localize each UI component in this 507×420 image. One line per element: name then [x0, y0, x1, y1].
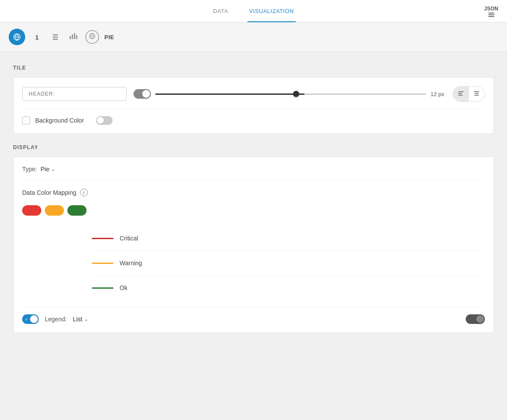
globe-btn[interactable]: [85, 30, 99, 44]
font-size-slider[interactable]: [155, 93, 426, 95]
critical-line: [92, 238, 113, 239]
display-section-title: DISPLAY: [13, 144, 494, 150]
legend-items-list: Critical Warning Ok: [92, 226, 485, 300]
svg-rect-4: [74, 33, 75, 39]
main-icon-button[interactable]: [9, 29, 25, 45]
swatch-green[interactable]: [67, 205, 87, 216]
warning-label: Warning: [120, 260, 142, 267]
svg-rect-3: [72, 34, 73, 39]
type-value: Pie: [40, 166, 49, 173]
legend-value: List: [73, 316, 83, 323]
number-btn[interactable]: 1: [30, 30, 43, 43]
tabs: DATA VISUALIZATION: [211, 0, 296, 22]
dcm-row: Data Color Mapping i: [22, 189, 485, 197]
list-btn[interactable]: ☰: [49, 30, 62, 43]
display-card: Type: Pie ⌄ Data Color Mapping i Critica…: [13, 157, 494, 333]
tile-card: 12 px: [13, 77, 494, 134]
legend-chevron-icon: ⌄: [84, 316, 88, 322]
type-select[interactable]: Pie ⌄: [40, 166, 55, 173]
align-center-icon: [474, 90, 480, 97]
bg-color-checkbox[interactable]: [22, 117, 30, 124]
json-button[interactable]: JSON: [484, 6, 498, 17]
align-buttons: [453, 86, 485, 102]
dcm-label: Data Color Mapping: [22, 189, 77, 196]
warning-line: [92, 263, 113, 264]
tab-visualization[interactable]: VISUALIZATION: [247, 1, 296, 22]
align-center-btn[interactable]: [469, 87, 484, 101]
tab-data[interactable]: DATA: [211, 1, 230, 22]
legend-select[interactable]: List ⌄: [73, 316, 89, 323]
color-swatches: [22, 205, 485, 216]
legend-bottom-row: ✓ Legend: List ⌄: [22, 307, 485, 324]
swatch-yellow[interactable]: [45, 205, 64, 216]
header-row: 12 px: [22, 86, 485, 109]
background-color-row: Background Color: [22, 116, 485, 125]
json-lines-icon: [488, 13, 494, 17]
swatch-red[interactable]: [22, 205, 41, 216]
chart-icon: [69, 33, 78, 41]
legend-toggle[interactable]: ✓: [22, 314, 39, 324]
type-chevron-icon: ⌄: [51, 166, 55, 172]
slider-row: 12 px: [133, 89, 446, 99]
list-icon: ☰: [52, 33, 58, 41]
top-bar: DATA VISUALIZATION JSON: [0, 0, 507, 23]
ok-line: [92, 287, 113, 289]
toolbar: 1 ☰ PIE: [0, 23, 507, 52]
legend-item-critical: Critical: [92, 226, 485, 251]
header-toggle[interactable]: [133, 89, 151, 99]
pie-label: PIE: [104, 34, 114, 40]
svg-rect-5: [76, 35, 77, 39]
type-label: Type:: [22, 166, 37, 173]
checkmark-icon: ✓: [25, 317, 28, 322]
critical-label: Critical: [120, 235, 138, 242]
tile-section-title: TILE: [13, 65, 494, 71]
main-content: TILE 12 px: [0, 52, 507, 357]
bg-color-toggle[interactable]: [96, 116, 113, 125]
dcm-info-icon[interactable]: i: [80, 189, 88, 197]
align-left-btn[interactable]: [453, 87, 469, 101]
header-input[interactable]: [22, 87, 127, 101]
legend-label: Legend:: [45, 316, 67, 323]
dark-toggle[interactable]: [466, 314, 485, 324]
chart-btn[interactable]: [67, 30, 80, 43]
type-row: Type: Pie ⌄: [22, 166, 485, 180]
px-value: 12 px: [430, 91, 446, 97]
legend-item-warning: Warning: [92, 251, 485, 276]
svg-rect-2: [70, 36, 71, 39]
bg-color-label: Background Color: [35, 117, 84, 124]
number-icon: 1: [35, 33, 39, 41]
align-left-icon: [458, 90, 464, 97]
legend-item-ok: Ok: [92, 276, 485, 300]
ok-label: Ok: [120, 284, 127, 291]
globe-icon: [89, 33, 96, 41]
